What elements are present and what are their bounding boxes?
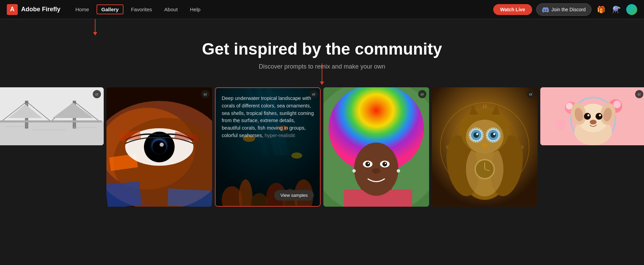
cr-badge-underwater: cr <box>310 90 318 98</box>
center-arrow-line <box>322 63 322 82</box>
svg-point-78 <box>473 132 479 138</box>
nav-favorites[interactable]: Favorites <box>126 4 157 14</box>
svg-point-104 <box>587 114 589 116</box>
svg-point-55 <box>385 163 386 164</box>
svg-point-80 <box>476 133 478 135</box>
nav-gallery[interactable]: Gallery <box>97 4 123 14</box>
svg-point-105 <box>599 114 601 116</box>
svg-point-103 <box>596 113 602 120</box>
nav-help[interactable]: Help <box>185 4 205 14</box>
gallery-item-dog[interactable]: cr <box>540 87 644 145</box>
adobe-icon: A <box>7 4 18 15</box>
svg-rect-2 <box>0 121 104 145</box>
gallery-item-owl[interactable]: 12 3 6 9 <box>432 87 538 207</box>
cr-badge-dog: cr <box>635 90 643 98</box>
prompt-overlay: Deep underwater tropical landscape with … <box>215 87 321 207</box>
navbar: A Adobe Firefly Home Gallery Favorites A… <box>0 0 644 19</box>
svg-point-52 <box>368 163 369 164</box>
eye-image <box>106 87 212 207</box>
gallery-section: cr <box>0 84 644 207</box>
user-avatar[interactable] <box>626 4 637 15</box>
owl-image: 12 3 6 9 <box>432 87 538 207</box>
svg-point-51 <box>365 162 370 166</box>
gallery-item-woman[interactable]: cr <box>323 87 429 207</box>
cr-badge-woman: cr <box>418 90 426 98</box>
annotation-arrow-down <box>95 19 96 33</box>
woman-image <box>323 87 429 207</box>
brand-name: Adobe Firefly <box>21 6 60 13</box>
svg-point-94 <box>613 101 621 108</box>
cr-badge-owl: cr <box>527 90 535 98</box>
discord-icon <box>542 6 549 13</box>
bridge-image <box>0 87 104 145</box>
svg-point-95 <box>556 120 566 130</box>
cr-badge-eye: cr <box>201 90 209 98</box>
svg-point-102 <box>584 113 591 120</box>
watch-live-button[interactable]: Watch Live <box>493 4 532 15</box>
nav-home[interactable]: Home <box>71 4 94 14</box>
nav-right: Watch Live Join the Discord 🎁 ⚗️ <box>493 3 637 16</box>
gallery-item-eye[interactable]: cr <box>106 87 212 207</box>
svg-point-56 <box>372 168 380 174</box>
svg-rect-19 <box>106 181 142 207</box>
center-annotation <box>322 63 322 82</box>
svg-point-25 <box>160 143 164 147</box>
svg-point-106 <box>590 120 597 124</box>
brand-logo[interactable]: A Adobe Firefly <box>7 4 60 15</box>
svg-point-79 <box>491 132 496 138</box>
gallery-item-bridge[interactable]: cr <box>0 87 104 145</box>
nav-about[interactable]: About <box>160 4 182 14</box>
gallery-item-underwater[interactable]: Deep underwater tropical landscape with … <box>215 87 321 207</box>
cr-badge-bridge: cr <box>93 90 101 98</box>
dog-image <box>540 87 644 145</box>
nav-links: Home Gallery Favorites About Help <box>71 4 493 14</box>
svg-rect-20 <box>167 189 212 207</box>
svg-point-24 <box>152 140 166 154</box>
svg-point-54 <box>382 162 387 166</box>
hero-title: Get inspired by the community <box>7 40 637 58</box>
join-discord-button[interactable]: Join the Discord <box>536 3 591 16</box>
gallery-annotation-arrow <box>95 19 96 33</box>
svg-rect-9 <box>0 120 102 122</box>
svg-text:12: 12 <box>482 104 487 109</box>
svg-point-58 <box>397 169 400 173</box>
svg-point-81 <box>493 133 495 135</box>
gallery-grid: cr <box>0 87 644 207</box>
svg-point-57 <box>352 169 356 173</box>
gift-icon-button[interactable]: 🎁 <box>596 4 607 15</box>
view-samples-button[interactable]: View samples <box>274 190 314 201</box>
prompt-text: Deep underwater tropical landscape with … <box>222 95 314 139</box>
lab-icon-button[interactable]: ⚗️ <box>611 4 622 15</box>
